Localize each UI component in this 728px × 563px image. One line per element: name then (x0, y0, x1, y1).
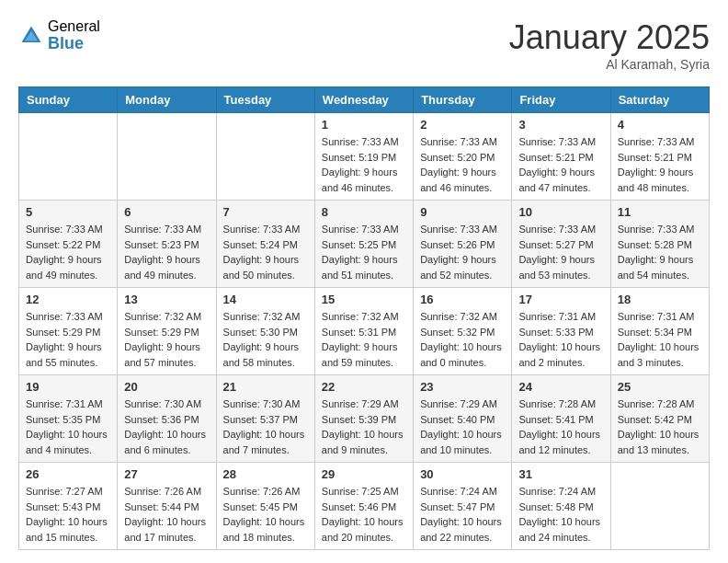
calendar-header-row: SundayMondayTuesdayWednesdayThursdayFrid… (19, 87, 710, 113)
logo-text: General Blue (48, 18, 100, 52)
calendar-cell: 12Sunrise: 7:33 AM Sunset: 5:29 PM Dayli… (19, 288, 118, 375)
day-header-tuesday: Tuesday (216, 87, 314, 113)
day-header-saturday: Saturday (610, 87, 709, 113)
day-info: Sunrise: 7:33 AM Sunset: 5:29 PM Dayligh… (26, 309, 110, 370)
day-number: 21 (223, 380, 308, 394)
day-header-sunday: Sunday (19, 87, 118, 113)
calendar-cell: 10Sunrise: 7:33 AM Sunset: 5:27 PM Dayli… (512, 201, 610, 288)
title-block: January 2025 Al Karamah, Syria (509, 18, 710, 72)
calendar-cell (118, 113, 216, 201)
calendar-week-row: 26Sunrise: 7:27 AM Sunset: 5:43 PM Dayli… (19, 463, 710, 550)
day-info: Sunrise: 7:28 AM Sunset: 5:41 PM Dayligh… (518, 396, 603, 457)
calendar-week-row: 5Sunrise: 7:33 AM Sunset: 5:22 PM Daylig… (19, 201, 710, 288)
day-number: 1 (322, 118, 406, 132)
calendar-cell: 28Sunrise: 7:26 AM Sunset: 5:45 PM Dayli… (216, 463, 314, 550)
calendar-cell: 13Sunrise: 7:32 AM Sunset: 5:29 PM Dayli… (118, 288, 216, 375)
day-header-thursday: Thursday (414, 87, 512, 113)
day-number: 11 (618, 205, 702, 219)
logo-blue: Blue (48, 35, 100, 53)
day-number: 19 (26, 380, 110, 394)
day-number: 29 (322, 467, 406, 481)
calendar-cell: 7Sunrise: 7:33 AM Sunset: 5:24 PM Daylig… (216, 201, 314, 288)
day-number: 24 (518, 380, 603, 394)
day-number: 7 (223, 205, 308, 219)
logo: General Blue (18, 18, 100, 52)
calendar-cell: 16Sunrise: 7:32 AM Sunset: 5:32 PM Dayli… (414, 288, 512, 375)
day-header-wednesday: Wednesday (314, 87, 413, 113)
day-info: Sunrise: 7:33 AM Sunset: 5:19 PM Dayligh… (322, 134, 406, 195)
day-info: Sunrise: 7:26 AM Sunset: 5:44 PM Dayligh… (124, 484, 209, 545)
day-info: Sunrise: 7:32 AM Sunset: 5:31 PM Dayligh… (322, 309, 406, 370)
day-info: Sunrise: 7:31 AM Sunset: 5:33 PM Dayligh… (518, 309, 603, 370)
day-number: 28 (223, 467, 308, 481)
calendar-cell: 29Sunrise: 7:25 AM Sunset: 5:46 PM Dayli… (314, 463, 413, 550)
day-number: 5 (26, 205, 110, 219)
calendar-week-row: 19Sunrise: 7:31 AM Sunset: 5:35 PM Dayli… (19, 375, 710, 463)
day-number: 14 (223, 293, 308, 306)
day-info: Sunrise: 7:33 AM Sunset: 5:21 PM Dayligh… (618, 134, 702, 195)
logo-icon (18, 23, 44, 49)
calendar-cell: 14Sunrise: 7:32 AM Sunset: 5:30 PM Dayli… (216, 288, 314, 375)
calendar-cell: 5Sunrise: 7:33 AM Sunset: 5:22 PM Daylig… (19, 201, 118, 288)
day-number: 15 (322, 293, 406, 306)
day-info: Sunrise: 7:30 AM Sunset: 5:36 PM Dayligh… (124, 396, 209, 457)
day-info: Sunrise: 7:30 AM Sunset: 5:37 PM Dayligh… (223, 396, 308, 457)
day-info: Sunrise: 7:33 AM Sunset: 5:26 PM Dayligh… (420, 222, 505, 282)
calendar-cell: 20Sunrise: 7:30 AM Sunset: 5:36 PM Dayli… (118, 375, 216, 463)
calendar-week-row: 12Sunrise: 7:33 AM Sunset: 5:29 PM Dayli… (19, 288, 710, 375)
calendar-cell: 31Sunrise: 7:24 AM Sunset: 5:48 PM Dayli… (512, 463, 610, 550)
day-header-friday: Friday (512, 87, 610, 113)
calendar-cell: 25Sunrise: 7:28 AM Sunset: 5:42 PM Dayli… (610, 375, 709, 463)
calendar-cell (610, 463, 709, 550)
day-info: Sunrise: 7:33 AM Sunset: 5:20 PM Dayligh… (420, 134, 505, 195)
calendar-cell (19, 113, 118, 201)
day-number: 13 (124, 293, 209, 306)
page-header: General Blue January 2025 Al Karamah, Sy… (18, 18, 710, 72)
month-title: January 2025 (509, 18, 710, 57)
calendar-cell: 4Sunrise: 7:33 AM Sunset: 5:21 PM Daylig… (610, 113, 709, 201)
calendar-cell: 26Sunrise: 7:27 AM Sunset: 5:43 PM Dayli… (19, 463, 118, 550)
day-number: 23 (420, 380, 505, 394)
day-info: Sunrise: 7:33 AM Sunset: 5:27 PM Dayligh… (518, 222, 603, 282)
day-number: 3 (518, 118, 603, 132)
day-number: 18 (618, 293, 702, 306)
day-info: Sunrise: 7:33 AM Sunset: 5:23 PM Dayligh… (124, 222, 209, 282)
calendar-cell: 17Sunrise: 7:31 AM Sunset: 5:33 PM Dayli… (512, 288, 610, 375)
calendar-cell: 19Sunrise: 7:31 AM Sunset: 5:35 PM Dayli… (19, 375, 118, 463)
day-info: Sunrise: 7:29 AM Sunset: 5:40 PM Dayligh… (420, 396, 505, 457)
calendar-cell: 24Sunrise: 7:28 AM Sunset: 5:41 PM Dayli… (512, 375, 610, 463)
calendar-cell: 9Sunrise: 7:33 AM Sunset: 5:26 PM Daylig… (414, 201, 512, 288)
calendar-cell: 30Sunrise: 7:24 AM Sunset: 5:47 PM Dayli… (414, 463, 512, 550)
day-info: Sunrise: 7:33 AM Sunset: 5:21 PM Dayligh… (518, 134, 603, 195)
day-info: Sunrise: 7:32 AM Sunset: 5:32 PM Dayligh… (420, 309, 505, 370)
calendar-cell: 1Sunrise: 7:33 AM Sunset: 5:19 PM Daylig… (314, 113, 413, 201)
day-info: Sunrise: 7:24 AM Sunset: 5:48 PM Dayligh… (518, 484, 603, 545)
calendar-cell: 3Sunrise: 7:33 AM Sunset: 5:21 PM Daylig… (512, 113, 610, 201)
day-info: Sunrise: 7:29 AM Sunset: 5:39 PM Dayligh… (322, 396, 406, 457)
day-number: 26 (26, 467, 110, 481)
day-number: 20 (124, 380, 209, 394)
day-info: Sunrise: 7:25 AM Sunset: 5:46 PM Dayligh… (322, 484, 406, 545)
day-info: Sunrise: 7:31 AM Sunset: 5:34 PM Dayligh… (618, 309, 702, 370)
day-info: Sunrise: 7:24 AM Sunset: 5:47 PM Dayligh… (420, 484, 505, 545)
day-number: 12 (26, 293, 110, 306)
calendar-week-row: 1Sunrise: 7:33 AM Sunset: 5:19 PM Daylig… (19, 113, 710, 201)
calendar-table: SundayMondayTuesdayWednesdayThursdayFrid… (18, 86, 710, 550)
day-info: Sunrise: 7:33 AM Sunset: 5:24 PM Dayligh… (223, 222, 308, 282)
day-number: 30 (420, 467, 505, 481)
day-info: Sunrise: 7:26 AM Sunset: 5:45 PM Dayligh… (223, 484, 308, 545)
day-number: 8 (322, 205, 406, 219)
day-number: 16 (420, 293, 505, 306)
day-info: Sunrise: 7:28 AM Sunset: 5:42 PM Dayligh… (618, 396, 702, 457)
day-number: 17 (518, 293, 603, 306)
location-subtitle: Al Karamah, Syria (509, 57, 710, 72)
day-info: Sunrise: 7:32 AM Sunset: 5:29 PM Dayligh… (124, 309, 209, 370)
day-number: 25 (618, 380, 702, 394)
logo-general: General (48, 18, 100, 35)
calendar-cell: 15Sunrise: 7:32 AM Sunset: 5:31 PM Dayli… (314, 288, 413, 375)
calendar-cell: 8Sunrise: 7:33 AM Sunset: 5:25 PM Daylig… (314, 201, 413, 288)
calendar-cell: 23Sunrise: 7:29 AM Sunset: 5:40 PM Dayli… (414, 375, 512, 463)
calendar-cell: 22Sunrise: 7:29 AM Sunset: 5:39 PM Dayli… (314, 375, 413, 463)
calendar-cell: 6Sunrise: 7:33 AM Sunset: 5:23 PM Daylig… (118, 201, 216, 288)
calendar-cell: 11Sunrise: 7:33 AM Sunset: 5:28 PM Dayli… (610, 201, 709, 288)
